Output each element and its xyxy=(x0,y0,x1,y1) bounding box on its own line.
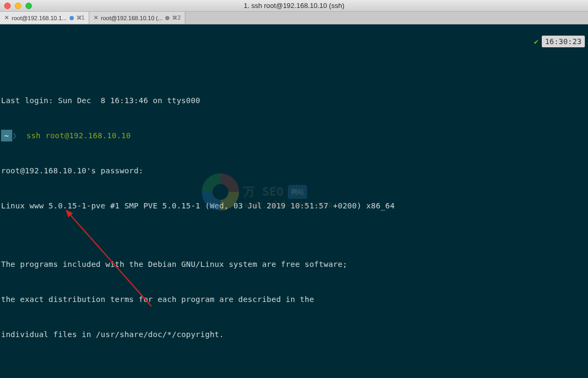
window-titlebar: 1. ssh root@192.168.10.10 (ssh) xyxy=(0,0,588,12)
tab-shortcut: ⌘2 xyxy=(172,15,181,21)
close-window-button[interactable] xyxy=(4,3,11,9)
watermark-logo-icon xyxy=(202,173,239,211)
tab-1[interactable]: ✕ root@192.168.10.1... ⌘1 xyxy=(0,12,89,24)
terminal-line: The programs included with the Debian GN… xyxy=(1,258,587,270)
tab-2[interactable]: ✕ root@192.168.10.10 (... ⌘2 xyxy=(89,12,185,24)
prompt-cwd-badge: ~ xyxy=(1,130,12,141)
command-arg: root@192.168.10.10 xyxy=(45,131,131,140)
command-name: ssh xyxy=(27,131,41,140)
watermark-badge: 网站 xyxy=(288,185,307,199)
terminal-line: individual files in /usr/share/doc/*/cop… xyxy=(1,329,587,340)
window-title: 1. ssh root@192.168.10.10 (ssh) xyxy=(244,2,345,10)
close-tab-icon[interactable]: ✕ xyxy=(4,14,9,21)
chevron-right-icon: ❯ xyxy=(12,131,17,140)
status-indicator-icon xyxy=(165,16,169,20)
tab-shortcut: ⌘1 xyxy=(76,15,85,21)
watermark: 万 SEO 网站 www.old-wan.com xyxy=(202,173,307,211)
terminal-line: ~❯ ssh root@192.168.10.10 xyxy=(1,130,587,141)
status-indicator-icon xyxy=(70,16,74,20)
terminal-area[interactable]: ✔ 16:30:23 万 SEO 网站 www.old-wan.com Last… xyxy=(0,24,588,378)
minimize-window-button[interactable] xyxy=(15,3,21,9)
tab-label: root@192.168.10.10 (... xyxy=(101,15,163,21)
terminal-line: the exact distribution terms for each pr… xyxy=(1,293,587,305)
close-tab-icon[interactable]: ✕ xyxy=(93,14,98,21)
clock-badge: ✔ 16:30:23 xyxy=(534,36,585,47)
tab-bar: ✕ root@192.168.10.1... ⌘1 ✕ root@192.168… xyxy=(0,12,588,24)
tab-label: root@192.168.10.1... xyxy=(12,15,67,21)
terminal-line: Last login: Sun Dec 8 16:13:46 on ttys00… xyxy=(1,95,587,106)
watermark-url: www.old-wan.com xyxy=(244,199,333,211)
maximize-window-button[interactable] xyxy=(25,3,32,9)
clock-time: 16:30:23 xyxy=(542,36,585,47)
check-icon: ✔ xyxy=(534,36,539,47)
traffic-lights xyxy=(0,3,32,9)
watermark-text: 万 SEO xyxy=(243,186,284,198)
